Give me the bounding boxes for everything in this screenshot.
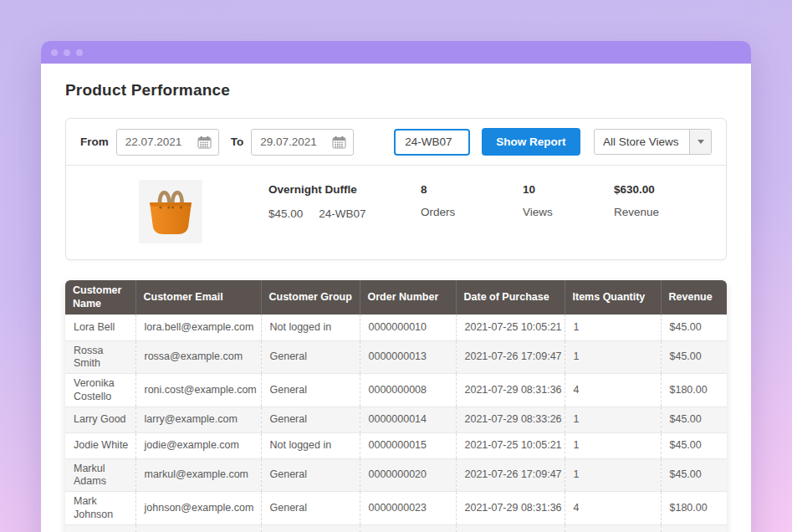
- cell-order-number: 0000000020: [360, 458, 456, 492]
- cell-revenue: $45.00: [661, 340, 727, 374]
- table-row: Jodie Whitejodie@example.comNot logged i…: [65, 432, 727, 458]
- table-row: Larry Whitewhite@example.comGeneral00000…: [65, 524, 727, 532]
- show-report-button[interactable]: Show Report: [482, 128, 580, 156]
- stat-revenue: $630.00 Revenue: [614, 180, 659, 218]
- cell-items-quantity: 1: [565, 407, 661, 432]
- product-price: $45.00: [268, 207, 303, 220]
- store-view-value: All Store Views: [595, 136, 689, 148]
- cell-order-number: 0000000008: [360, 374, 456, 407]
- app-window: Product Performance From: [41, 41, 751, 532]
- cell-customer-group: General: [261, 407, 360, 432]
- table-row: Veronika Costelloroni.cost@example.comGe…: [65, 374, 727, 407]
- stat-revenue-value: $630.00: [614, 183, 659, 196]
- orders-table-card: Customer NameCustomer EmailCustomer Grou…: [65, 280, 727, 532]
- column-header-revenue: Revenue: [661, 280, 727, 315]
- cell-customer-name: Rossa Smith: [65, 340, 135, 374]
- cell-customer-email: jodie@example.com: [135, 432, 261, 458]
- table-header-row: Customer NameCustomer EmailCustomer Grou…: [65, 280, 727, 315]
- cell-items-quantity: 1: [565, 315, 661, 340]
- to-date-input[interactable]: [260, 136, 324, 148]
- cell-revenue: $45.00: [661, 315, 727, 340]
- cell-customer-name: Mark Johnson: [65, 492, 135, 525]
- cell-customer-name: Markul Adams: [65, 458, 135, 492]
- cell-revenue: $45.00: [661, 407, 727, 432]
- cell-date-of-purchase: 2021-07-29 08:33:26: [456, 407, 565, 432]
- window-content: Product Performance From: [41, 81, 751, 532]
- cell-revenue: $45.00: [661, 432, 727, 458]
- column-header-customer-email: Customer Email: [135, 280, 261, 315]
- window-dot: [76, 49, 83, 56]
- cell-customer-group: General: [261, 374, 360, 407]
- cell-items-quantity: 1: [565, 432, 661, 458]
- column-header-order-number: Order Number: [360, 280, 456, 315]
- calendar-icon[interactable]: [332, 136, 346, 149]
- from-date-input[interactable]: [125, 136, 189, 148]
- sku-input[interactable]: [394, 129, 470, 156]
- cell-items-quantity: 4: [565, 374, 661, 407]
- column-header-date-of-purchase: Date of Purchase: [456, 280, 565, 315]
- cell-items-quantity: 1: [565, 524, 661, 532]
- cell-customer-name: Larry Good: [65, 407, 135, 432]
- cell-items-quantity: 4: [565, 492, 661, 525]
- column-header-items-quantity: Items Quantity: [565, 280, 661, 315]
- table-row: Larry Goodlarry@example.comGeneral000000…: [65, 407, 727, 432]
- cell-revenue: $180.00: [661, 374, 727, 407]
- window-dot: [51, 49, 58, 56]
- table-row: Markul Adamsmarkul@example.comGeneral000…: [65, 458, 727, 492]
- cell-customer-email: lora.bell@example.com: [135, 315, 261, 340]
- cell-items-quantity: 1: [565, 458, 661, 492]
- cell-customer-email: markul@example.com: [135, 458, 261, 492]
- stat-orders: 8 Orders: [421, 180, 523, 218]
- cell-customer-email: larry@example.com: [135, 407, 261, 432]
- window-titlebar: [41, 41, 751, 64]
- cell-date-of-purchase: 2021-07-25 10:05:21: [456, 432, 565, 458]
- cell-customer-group: General: [261, 458, 360, 492]
- filter-row: From: [66, 119, 726, 166]
- stat-orders-label: Orders: [421, 206, 523, 218]
- cell-customer-name: Larry White: [65, 524, 135, 532]
- stat-revenue-label: Revenue: [614, 206, 659, 218]
- cell-items-quantity: 1: [565, 340, 661, 374]
- chevron-down-icon: [689, 130, 711, 154]
- cell-customer-name: Lora Bell: [65, 315, 135, 340]
- page-background: Product Performance From: [0, 0, 792, 532]
- stat-views-label: Views: [523, 206, 614, 218]
- product-sku: 24-WB07: [319, 207, 365, 220]
- from-date-field[interactable]: [116, 129, 219, 156]
- cell-customer-email: roni.cost@example.com: [135, 374, 261, 407]
- table-row: Rossa Smithrossa@example.comGeneral00000…: [65, 340, 727, 374]
- cell-revenue: $180.00: [661, 492, 727, 525]
- filter-card: From: [65, 118, 727, 260]
- column-header-customer-group: Customer Group: [261, 280, 360, 315]
- cell-date-of-purchase: 2021-07-26 17:09:47: [456, 340, 565, 374]
- cell-revenue: $45.00: [661, 458, 727, 492]
- cell-date-of-purchase: 2021-07-25 10:05:21: [456, 315, 565, 340]
- cell-customer-name: Jodie White: [65, 432, 135, 458]
- store-view-select[interactable]: All Store Views: [594, 129, 712, 155]
- to-date-field[interactable]: [251, 129, 354, 156]
- cell-order-number: 0000000013: [360, 340, 456, 374]
- cell-order-number: 0000000011: [360, 524, 456, 532]
- cell-customer-group: General: [261, 492, 360, 525]
- product-image: [139, 180, 202, 243]
- orders-table: Customer NameCustomer EmailCustomer Grou…: [65, 280, 727, 532]
- table-row: Lora Belllora.bell@example.comNot logged…: [65, 315, 727, 340]
- cell-order-number: 0000000014: [360, 407, 456, 432]
- cell-order-number: 0000000010: [360, 315, 456, 340]
- cell-date-of-purchase: 2021-07-26 17:09:47: [456, 458, 565, 492]
- cell-customer-group: General: [261, 524, 360, 532]
- to-label: To: [231, 136, 244, 148]
- cell-order-number: 0000000015: [360, 432, 456, 458]
- page-title: Product Performance: [65, 81, 727, 100]
- stat-orders-value: 8: [421, 183, 523, 196]
- calendar-icon[interactable]: [197, 136, 212, 149]
- cell-customer-group: Not logged in: [261, 315, 360, 340]
- cell-date-of-purchase: 2021-07-29 08:31:36: [456, 374, 565, 407]
- cell-customer-email: johnson@example.com: [135, 492, 261, 525]
- window-dot: [64, 49, 70, 56]
- cell-customer-name: Veronika Costello: [65, 374, 135, 407]
- from-label: From: [80, 136, 109, 148]
- stat-views: 10 Views: [523, 180, 614, 218]
- product-summary: Overnight Duffle $45.00 24-WB07 8 Orders…: [66, 166, 726, 259]
- cell-date-of-purchase: 2021-07-29 08:33:26: [456, 524, 565, 532]
